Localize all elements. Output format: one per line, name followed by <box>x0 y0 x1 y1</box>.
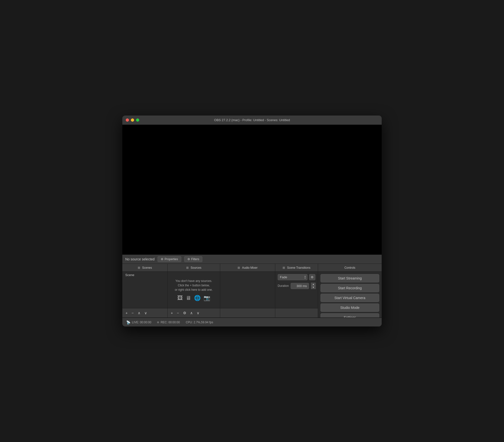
close-button[interactable] <box>126 118 129 122</box>
audio-mixer-footer <box>220 308 275 317</box>
title-bar: OBS 27.2.2 (mac) - Profile: Untitled - S… <box>122 115 382 125</box>
controls-panel-header: Controls <box>318 264 382 272</box>
bottom-status-bar: 📡 LIVE: 00:00:00 REC: 00:00:00 CPU: 2.7%… <box>122 318 382 327</box>
display-source-icon: 🖥 <box>186 295 191 301</box>
audio-mixer-panel-header: ⊞ Audio Mixer <box>220 264 275 272</box>
cpu-status: CPU: 2.7%,59.94 fps <box>186 321 213 324</box>
scenes-icon: ⊞ <box>138 266 140 269</box>
transitions-footer <box>275 308 318 317</box>
sources-placeholder-text: You don't have any sources.Click the + b… <box>175 279 213 292</box>
rec-timer: REC: 00:00:00 <box>161 321 180 324</box>
no-source-label: No source selected <box>125 257 155 261</box>
controls-panel: Controls Start Streaming Start Recording… <box>318 264 382 317</box>
duration-up-button[interactable]: ▲ <box>311 283 316 286</box>
transitions-controls: Fade ▲ ▼ ⚙ Duration ▲ <box>275 272 318 292</box>
live-status: 📡 LIVE: 00:00:00 <box>126 320 151 324</box>
controls-content: Start Streaming Start Recording Start Vi… <box>318 272 382 317</box>
transition-select-wrapper: Fade ▲ ▼ <box>278 274 307 280</box>
maximize-button[interactable] <box>136 118 139 122</box>
audio-mixer-label: Audio Mixer <box>242 266 257 269</box>
scene-transitions-content: Fade ▲ ▼ ⚙ Duration ▲ <box>275 272 318 308</box>
live-timer: LIVE: 00:00:00 <box>132 321 151 324</box>
sources-up-button[interactable]: ∧ <box>189 310 194 316</box>
scenes-add-button[interactable]: + <box>124 310 129 315</box>
sources-label: Sources <box>191 266 201 269</box>
sources-down-button[interactable]: ∨ <box>196 310 201 316</box>
scene-transitions-label: Scene Transitions <box>287 266 310 269</box>
scene-transitions-header: ⊞ Scene Transitions <box>275 264 318 272</box>
sources-placeholder: You don't have any sources.Click the + b… <box>168 272 220 308</box>
controls-label: Controls <box>344 266 356 269</box>
scenes-footer: + − ∧ ∨ <box>122 308 167 317</box>
image-source-icon: 🖼 <box>177 295 183 301</box>
duration-row: Duration ▲ ▼ <box>278 283 315 289</box>
start-streaming-button[interactable]: Start Streaming <box>321 274 379 282</box>
sources-remove-button[interactable]: − <box>176 310 180 315</box>
duration-spinner: ▲ ▼ <box>311 283 316 289</box>
transition-type-row: Fade ▲ ▼ ⚙ <box>278 274 315 280</box>
scenes-down-button[interactable]: ∨ <box>143 310 148 316</box>
audio-mixer-content <box>220 272 275 308</box>
source-type-icons: 🖼 🖥 🌐 📷 <box>177 295 210 301</box>
scenes-panel-header: ⊞ Scenes <box>122 264 167 272</box>
sources-footer: + − ⚙ ∧ ∨ <box>168 308 220 317</box>
sources-settings-button[interactable]: ⚙ <box>182 310 187 316</box>
filter-icon: ⚙ <box>187 258 190 261</box>
studio-mode-button[interactable]: Studio Mode <box>321 303 379 312</box>
scene-item[interactable]: Scene <box>122 272 167 278</box>
preview-canvas <box>122 125 382 255</box>
sources-panel: ⊞ Sources You don't have any sources.Cli… <box>168 264 220 317</box>
rec-dot-icon <box>157 321 159 323</box>
status-bar: No source selected ⚙ Properties ⚙ Filter… <box>122 255 382 264</box>
window-title: OBS 27.2.2 (mac) - Profile: Untitled - S… <box>214 118 290 122</box>
browser-source-icon: 🌐 <box>194 295 201 301</box>
audio-mixer-panel: ⊞ Audio Mixer <box>220 264 275 317</box>
sources-add-button[interactable]: + <box>170 310 174 315</box>
gear-icon: ⚙ <box>161 258 163 261</box>
minimize-button[interactable] <box>131 118 134 122</box>
sources-content: You don't have any sources.Click the + b… <box>168 272 220 308</box>
start-virtual-camera-button[interactable]: Start Virtual Camera <box>321 294 379 302</box>
scenes-list: Scene <box>122 272 167 308</box>
settings-button[interactable]: Settings <box>321 313 379 317</box>
traffic-lights <box>126 118 139 122</box>
cpu-label: CPU: 2.7%,59.94 fps <box>186 321 213 324</box>
duration-down-button[interactable]: ▼ <box>311 286 316 289</box>
rec-status: REC: 00:00:00 <box>157 321 180 324</box>
scene-transitions-panel: ⊞ Scene Transitions Fade ▲ ▼ <box>275 264 318 317</box>
audio-icon: ⊞ <box>237 266 240 269</box>
scenes-label: Scenes <box>142 266 152 269</box>
scenes-remove-button[interactable]: − <box>130 310 135 315</box>
scenes-up-button[interactable]: ∧ <box>137 310 142 316</box>
panels-row: ⊞ Scenes Scene + − ∧ ∨ ⊞ Sources <box>122 264 382 318</box>
sources-icon: ⊞ <box>186 266 189 269</box>
duration-input[interactable] <box>291 283 309 289</box>
duration-label: Duration <box>278 284 289 288</box>
obs-window: OBS 27.2.2 (mac) - Profile: Untitled - S… <box>122 115 382 327</box>
properties-button[interactable]: ⚙ Properties <box>158 256 181 262</box>
transition-type-select[interactable]: Fade <box>278 274 307 280</box>
sources-panel-header: ⊞ Sources <box>168 264 220 272</box>
transitions-icon: ⊞ <box>283 266 285 269</box>
live-icon: 📡 <box>126 320 130 324</box>
camera-source-icon: 📷 <box>204 295 210 301</box>
scenes-panel: ⊞ Scenes Scene + − ∧ ∨ <box>122 264 168 317</box>
controls-buttons-list: Start Streaming Start Recording Start Vi… <box>318 272 382 317</box>
start-recording-button[interactable]: Start Recording <box>321 284 379 292</box>
transition-settings-button[interactable]: ⚙ <box>309 274 315 280</box>
filters-button[interactable]: ⚙ Filters <box>184 256 203 262</box>
